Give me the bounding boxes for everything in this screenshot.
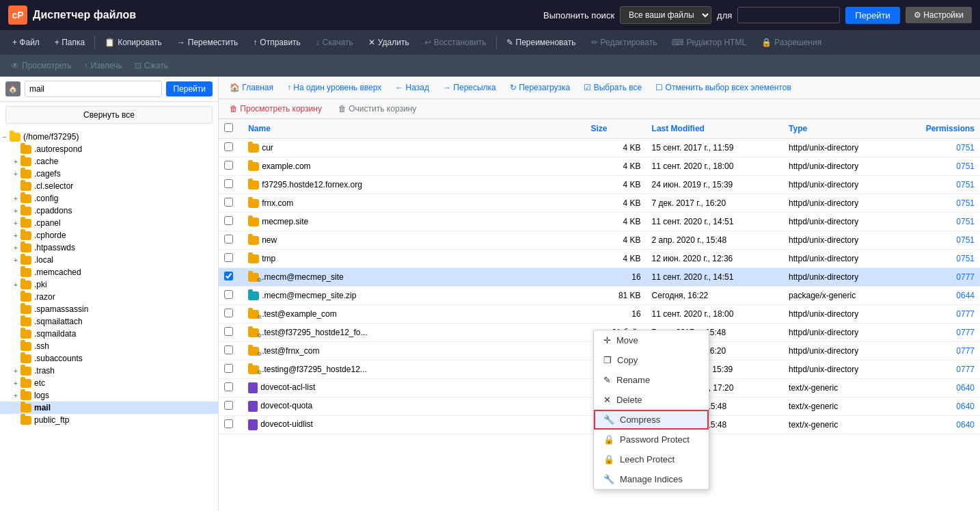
col-size-header[interactable]: Size — [585, 119, 646, 139]
home-icon[interactable]: 🏠 — [5, 81, 21, 96]
col-modified-header[interactable]: Last Modified — [646, 119, 784, 139]
copy-button[interactable]: 📋 Копировать — [98, 35, 169, 50]
tree-item[interactable]: +.pki — [0, 278, 218, 291]
row-checkbox[interactable] — [224, 161, 233, 170]
context-menu-item-password_protect[interactable]: 🔒Password Protect — [594, 430, 709, 449]
row-checkbox[interactable] — [224, 309, 233, 317]
table-row[interactable]: f37295.hostde12.fornex.org4 KB24 июн. 20… — [219, 176, 980, 194]
col-name-header[interactable]: Name — [243, 119, 585, 139]
context-menu-item-rename[interactable]: ✎Rename — [594, 370, 709, 390]
permissions-button[interactable]: 🔒 Разрешения — [754, 35, 828, 50]
tree-toggle[interactable]: + — [11, 207, 21, 215]
tree-toggle[interactable]: + — [11, 281, 21, 289]
upload-button[interactable]: ↑ Отправить — [246, 35, 308, 50]
tree-item[interactable]: −(/home/f37295) — [0, 131, 218, 143]
context-menu-item-compress[interactable]: 🔧Compress — [594, 410, 709, 430]
path-go-button[interactable]: Перейти — [166, 81, 213, 96]
tree-toggle[interactable]: + — [11, 367, 21, 375]
table-row[interactable]: cur4 KB15 сент. 2017 г., 11:59httpd/unix… — [219, 139, 980, 157]
row-checkbox[interactable] — [224, 179, 233, 188]
compress-secondary-button[interactable]: ⊡ Сжать — [129, 59, 174, 73]
tree-item[interactable]: .spamassassin — [0, 303, 218, 315]
table-row[interactable]: example.com4 KB11 сент. 2020 г., 18:00ht… — [219, 157, 980, 176]
row-checkbox[interactable] — [224, 290, 233, 299]
search-input[interactable] — [737, 7, 840, 23]
tree-toggle[interactable]: + — [11, 158, 21, 166]
row-checkbox[interactable] — [224, 272, 233, 280]
tree-item[interactable]: +.cache — [0, 155, 218, 168]
tree-toggle[interactable]: + — [11, 244, 21, 252]
context-menu-item-copy[interactable]: ❐Copy — [594, 350, 709, 370]
tree-item[interactable]: mail — [0, 402, 218, 414]
restore-button[interactable]: ↩ Восстановить — [418, 35, 493, 50]
tree-toggle[interactable]: + — [11, 195, 21, 202]
edit-button[interactable]: ✏ Редактировать — [584, 35, 664, 50]
tree-item[interactable]: .sqmailattach — [0, 315, 218, 328]
tree-toggle[interactable]: + — [11, 392, 21, 399]
context-menu-item-delete[interactable]: ✕Delete — [594, 390, 709, 410]
empty-trash-button[interactable]: 🗑 Очистить корзину — [333, 102, 422, 116]
tree-item[interactable]: +.htpasswds — [0, 241, 218, 254]
row-checkbox[interactable] — [224, 198, 233, 207]
tree-toggle[interactable]: + — [11, 232, 21, 239]
tree-item[interactable]: +.cagefs — [0, 168, 218, 180]
row-checkbox[interactable] — [224, 382, 233, 391]
table-row[interactable]: frnx.com4 KB7 дек. 2017 г., 16:20httpd/u… — [219, 194, 980, 213]
col-type-header[interactable]: Type — [783, 119, 921, 139]
select-all-nav-button[interactable]: ☑ Выбрать все — [578, 81, 647, 94]
tree-item[interactable]: .memcached — [0, 266, 218, 278]
tree-item[interactable]: public_ftp — [0, 414, 218, 426]
extract-button[interactable]: ↑ Извлечь — [79, 59, 128, 73]
tree-item[interactable]: .razor — [0, 291, 218, 303]
new-folder-button[interactable]: + Папка — [48, 35, 92, 50]
tree-toggle[interactable]: + — [11, 220, 21, 227]
up-nav-button[interactable]: ↑ На один уровень вверх — [282, 81, 387, 94]
move-button[interactable]: → Переместить — [170, 35, 245, 50]
tree-item[interactable]: +etc — [0, 377, 218, 389]
path-input[interactable] — [25, 81, 162, 97]
table-row[interactable]: tmp4 KB12 июн. 2020 г., 12:36httpd/unix-… — [219, 250, 980, 268]
table-row[interactable]: .mecm@mecmep_site.zip81 KBСегодня, 16:22… — [219, 287, 980, 305]
symlink-nav-button[interactable]: → Пересылка — [437, 81, 502, 94]
table-row[interactable]: new4 KB2 апр. 2020 г., 15:48httpd/unix-d… — [219, 231, 980, 250]
row-checkbox[interactable] — [224, 216, 233, 225]
settings-button[interactable]: ⚙ Настройки — [906, 7, 972, 23]
col-permissions-header[interactable]: Permissions — [921, 119, 980, 139]
tree-toggle[interactable]: + — [11, 170, 21, 178]
download-button[interactable]: ↓ Скачать — [309, 35, 360, 50]
tree-item[interactable]: +.trash — [0, 365, 218, 377]
home-nav-button[interactable]: 🏠 Главная — [224, 81, 279, 94]
tree-item[interactable]: +.local — [0, 254, 218, 266]
tree-toggle[interactable]: + — [11, 380, 21, 387]
view-button[interactable]: 👁 Просмотреть — [5, 59, 77, 73]
reload-nav-button[interactable]: ↻ Перезагрузка — [504, 81, 576, 94]
row-checkbox[interactable] — [224, 235, 233, 244]
back-nav-button[interactable]: ← Назад — [390, 81, 435, 94]
tree-item[interactable]: .ssh — [0, 340, 218, 352]
row-checkbox[interactable] — [224, 419, 233, 428]
table-row[interactable]: .mecm@mecmep_site1611 сент. 2020 г., 14:… — [219, 268, 980, 287]
view-trash-button[interactable]: 🗑 Просмотреть корзину — [224, 102, 327, 116]
context-menu-item-move[interactable]: ✛Move — [594, 330, 709, 350]
row-checkbox[interactable] — [224, 364, 233, 373]
row-checkbox[interactable] — [224, 345, 233, 354]
select-all-checkbox[interactable] — [224, 123, 233, 132]
context-menu-item-manage_indices[interactable]: 🔧Manage Indices — [594, 469, 709, 489]
tree-item[interactable]: .subaccounts — [0, 352, 218, 365]
search-go-button[interactable]: Перейти — [845, 7, 900, 24]
table-row[interactable]: .test@example_com1611 сент. 2020 г., 18:… — [219, 305, 980, 324]
tree-item[interactable]: +.config — [0, 192, 218, 205]
table-row[interactable]: mecmep.site4 KB11 сент. 2020 г., 14:51ht… — [219, 213, 980, 231]
collapse-all-button[interactable]: Свернуть все — [5, 106, 213, 124]
new-file-button[interactable]: + Файл — [5, 35, 46, 50]
html-editor-button[interactable]: ⌨ Редактор HTML — [665, 35, 753, 50]
tree-toggle[interactable]: + — [11, 257, 21, 264]
row-checkbox[interactable] — [224, 327, 233, 336]
tree-item[interactable]: .autorespond — [0, 143, 218, 155]
tree-item[interactable]: +.cpaddons — [0, 205, 218, 217]
tree-item[interactable]: +.cphorde — [0, 229, 218, 241]
rename-button[interactable]: ✎ Переименовать — [500, 35, 583, 50]
deselect-nav-button[interactable]: ☐ Отменить выбор всех элементов — [650, 81, 797, 94]
search-select[interactable]: Все ваши файлы — [620, 6, 711, 24]
delete-button[interactable]: ✕ Удалить — [362, 35, 416, 50]
